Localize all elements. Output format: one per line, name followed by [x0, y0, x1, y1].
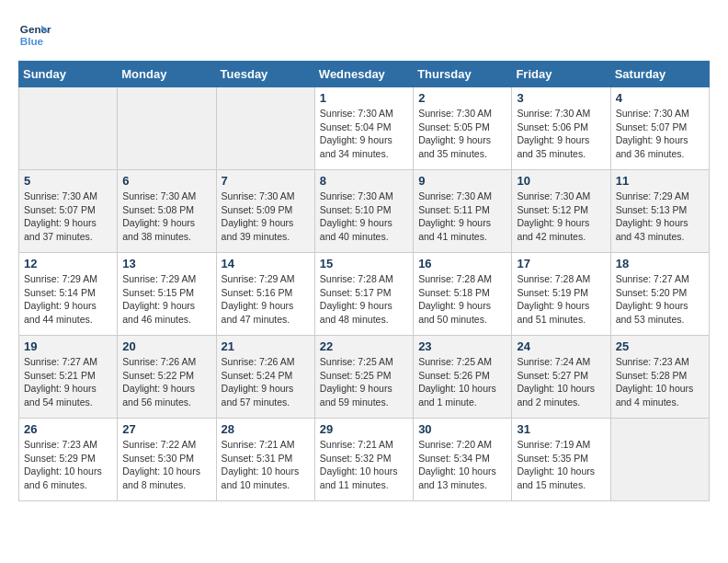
cell-day-number: 21 [222, 339, 310, 353]
cell-day-number: 31 [517, 422, 605, 436]
cell-info-text: Sunrise: 7:24 AM Sunset: 5:27 PM Dayligh… [517, 355, 605, 409]
svg-text:General: General [20, 23, 51, 35]
weekday-header-saturday: Saturday [610, 62, 709, 87]
cell-info-text: Sunrise: 7:28 AM Sunset: 5:19 PM Dayligh… [517, 272, 605, 327]
calendar-cell: 22Sunrise: 7:25 AM Sunset: 5:25 PM Dayli… [314, 336, 413, 419]
calendar-cell: 8Sunrise: 7:30 AM Sunset: 5:10 PM Daylig… [314, 170, 413, 253]
calendar-table: SundayMondayTuesdayWednesdayThursdayFrid… [18, 61, 710, 501]
header: General Blue [18, 18, 710, 52]
calendar-header: SundayMondayTuesdayWednesdayThursdayFrid… [19, 62, 710, 87]
cell-info-text: Sunrise: 7:21 AM Sunset: 5:32 PM Dayligh… [320, 438, 408, 492]
cell-info-text: Sunrise: 7:29 AM Sunset: 5:15 PM Dayligh… [122, 272, 210, 327]
calendar-cell: 15Sunrise: 7:28 AM Sunset: 5:17 PM Dayli… [314, 253, 413, 336]
cell-info-text: Sunrise: 7:25 AM Sunset: 5:25 PM Dayligh… [320, 355, 408, 409]
week-row-1: 5Sunrise: 7:30 AM Sunset: 5:07 PM Daylig… [19, 170, 710, 253]
cell-day-number: 28 [222, 422, 310, 436]
cell-info-text: Sunrise: 7:30 AM Sunset: 5:05 PM Dayligh… [418, 107, 506, 161]
cell-info-text: Sunrise: 7:30 AM Sunset: 5:07 PM Dayligh… [24, 190, 112, 244]
cell-day-number: 18 [616, 257, 704, 270]
cell-day-number: 30 [418, 422, 506, 436]
cell-day-number: 6 [122, 174, 210, 188]
calendar-cell: 29Sunrise: 7:21 AM Sunset: 5:32 PM Dayli… [314, 419, 413, 501]
cell-day-number: 11 [616, 174, 704, 188]
cell-info-text: Sunrise: 7:28 AM Sunset: 5:18 PM Dayligh… [418, 272, 506, 327]
cell-day-number: 13 [122, 257, 210, 270]
calendar-cell: 5Sunrise: 7:30 AM Sunset: 5:07 PM Daylig… [19, 170, 118, 253]
weekday-row: SundayMondayTuesdayWednesdayThursdayFrid… [19, 62, 710, 87]
cell-day-number: 5 [24, 174, 112, 188]
week-row-0: 1Sunrise: 7:30 AM Sunset: 5:04 PM Daylig… [19, 87, 710, 170]
cell-day-number: 25 [616, 339, 704, 353]
calendar-cell: 12Sunrise: 7:29 AM Sunset: 5:14 PM Dayli… [19, 253, 118, 336]
cell-info-text: Sunrise: 7:30 AM Sunset: 5:08 PM Dayligh… [122, 190, 210, 244]
calendar-cell: 26Sunrise: 7:23 AM Sunset: 5:29 PM Dayli… [19, 419, 118, 501]
calendar-cell [610, 419, 709, 501]
cell-info-text: Sunrise: 7:23 AM Sunset: 5:29 PM Dayligh… [24, 438, 112, 492]
cell-day-number: 1 [320, 91, 408, 105]
calendar-cell: 18Sunrise: 7:27 AM Sunset: 5:20 PM Dayli… [610, 253, 709, 336]
calendar-cell: 27Sunrise: 7:22 AM Sunset: 5:30 PM Dayli… [118, 419, 216, 501]
cell-info-text: Sunrise: 7:29 AM Sunset: 5:16 PM Dayligh… [222, 272, 310, 327]
cell-day-number: 4 [616, 91, 704, 105]
cell-info-text: Sunrise: 7:21 AM Sunset: 5:31 PM Dayligh… [222, 438, 310, 492]
cell-info-text: Sunrise: 7:28 AM Sunset: 5:17 PM Dayligh… [320, 272, 408, 327]
logo-icon: General Blue [18, 18, 51, 52]
cell-day-number: 29 [320, 422, 408, 436]
calendar-cell: 1Sunrise: 7:30 AM Sunset: 5:04 PM Daylig… [314, 87, 413, 170]
svg-text:Blue: Blue [20, 35, 44, 47]
week-row-3: 19Sunrise: 7:27 AM Sunset: 5:21 PM Dayli… [19, 336, 710, 419]
week-row-2: 12Sunrise: 7:29 AM Sunset: 5:14 PM Dayli… [19, 253, 710, 336]
cell-info-text: Sunrise: 7:30 AM Sunset: 5:07 PM Dayligh… [616, 107, 704, 161]
calendar-cell [19, 87, 118, 170]
cell-info-text: Sunrise: 7:30 AM Sunset: 5:10 PM Dayligh… [320, 190, 408, 244]
cell-day-number: 19 [24, 339, 112, 353]
calendar-cell: 13Sunrise: 7:29 AM Sunset: 5:15 PM Dayli… [118, 253, 216, 336]
weekday-header-friday: Friday [512, 62, 610, 87]
weekday-header-wednesday: Wednesday [314, 62, 413, 87]
cell-info-text: Sunrise: 7:27 AM Sunset: 5:21 PM Dayligh… [24, 355, 112, 409]
cell-day-number: 10 [517, 174, 605, 188]
cell-info-text: Sunrise: 7:22 AM Sunset: 5:30 PM Dayligh… [122, 438, 210, 492]
calendar-cell: 16Sunrise: 7:28 AM Sunset: 5:18 PM Dayli… [414, 253, 512, 336]
cell-day-number: 9 [418, 174, 506, 188]
cell-day-number: 26 [24, 422, 112, 436]
calendar-cell: 20Sunrise: 7:26 AM Sunset: 5:22 PM Dayli… [118, 336, 216, 419]
cell-info-text: Sunrise: 7:30 AM Sunset: 5:06 PM Dayligh… [517, 107, 605, 161]
cell-day-number: 24 [517, 339, 605, 353]
calendar-cell [216, 87, 314, 170]
cell-day-number: 15 [320, 257, 408, 270]
cell-day-number: 27 [122, 422, 210, 436]
calendar-cell: 11Sunrise: 7:29 AM Sunset: 5:13 PM Dayli… [610, 170, 709, 253]
cell-day-number: 14 [222, 257, 310, 270]
calendar-cell: 31Sunrise: 7:19 AM Sunset: 5:35 PM Dayli… [512, 419, 610, 501]
cell-info-text: Sunrise: 7:30 AM Sunset: 5:11 PM Dayligh… [418, 190, 506, 244]
cell-info-text: Sunrise: 7:27 AM Sunset: 5:20 PM Dayligh… [616, 272, 704, 327]
cell-info-text: Sunrise: 7:23 AM Sunset: 5:28 PM Dayligh… [616, 355, 704, 409]
weekday-header-sunday: Sunday [19, 62, 118, 87]
cell-day-number: 7 [222, 174, 310, 188]
cell-info-text: Sunrise: 7:20 AM Sunset: 5:34 PM Dayligh… [418, 438, 506, 492]
weekday-header-monday: Monday [118, 62, 216, 87]
cell-info-text: Sunrise: 7:26 AM Sunset: 5:24 PM Dayligh… [222, 355, 310, 409]
calendar-cell: 17Sunrise: 7:28 AM Sunset: 5:19 PM Dayli… [512, 253, 610, 336]
logo: General Blue [18, 18, 57, 52]
calendar-body: 1Sunrise: 7:30 AM Sunset: 5:04 PM Daylig… [19, 87, 710, 501]
calendar-cell: 10Sunrise: 7:30 AM Sunset: 5:12 PM Dayli… [512, 170, 610, 253]
cell-info-text: Sunrise: 7:26 AM Sunset: 5:22 PM Dayligh… [122, 355, 210, 409]
cell-day-number: 8 [320, 174, 408, 188]
week-row-4: 26Sunrise: 7:23 AM Sunset: 5:29 PM Dayli… [19, 419, 710, 501]
calendar-cell: 19Sunrise: 7:27 AM Sunset: 5:21 PM Dayli… [19, 336, 118, 419]
cell-info-text: Sunrise: 7:30 AM Sunset: 5:04 PM Dayligh… [320, 107, 408, 161]
calendar-cell: 3Sunrise: 7:30 AM Sunset: 5:06 PM Daylig… [512, 87, 610, 170]
cell-info-text: Sunrise: 7:19 AM Sunset: 5:35 PM Dayligh… [517, 438, 605, 492]
cell-info-text: Sunrise: 7:30 AM Sunset: 5:12 PM Dayligh… [517, 190, 605, 244]
calendar-cell: 21Sunrise: 7:26 AM Sunset: 5:24 PM Dayli… [216, 336, 314, 419]
cell-day-number: 23 [418, 339, 506, 353]
cell-info-text: Sunrise: 7:29 AM Sunset: 5:14 PM Dayligh… [24, 272, 112, 327]
cell-day-number: 17 [517, 257, 605, 270]
cell-day-number: 12 [24, 257, 112, 270]
calendar-cell: 28Sunrise: 7:21 AM Sunset: 5:31 PM Dayli… [216, 419, 314, 501]
calendar-cell: 4Sunrise: 7:30 AM Sunset: 5:07 PM Daylig… [610, 87, 709, 170]
cell-info-text: Sunrise: 7:29 AM Sunset: 5:13 PM Dayligh… [616, 190, 704, 244]
calendar-cell: 9Sunrise: 7:30 AM Sunset: 5:11 PM Daylig… [414, 170, 512, 253]
